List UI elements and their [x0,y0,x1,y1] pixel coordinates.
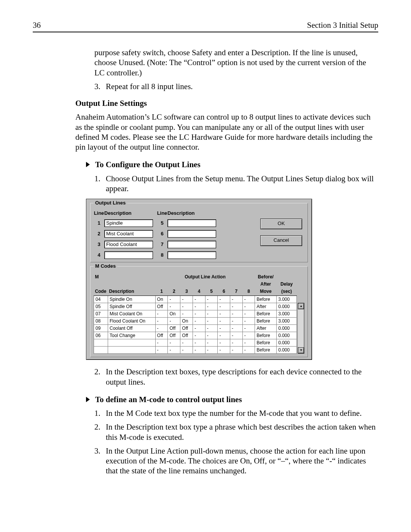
mcode-action-cell[interactable]: - [193,339,206,347]
mcode-action-cell[interactable]: - [230,332,243,339]
mcode-delay-cell[interactable]: 3.000 [277,310,297,318]
mcode-action-cell[interactable]: - [230,303,243,310]
mcode-action-cell[interactable]: Off [180,332,193,339]
mcode-action-cell[interactable]: On [168,310,180,318]
mcode-action-cell[interactable]: - [205,325,218,332]
mcode-delay-cell[interactable]: 0.000 [277,332,297,339]
mcode-action-cell[interactable]: - [205,347,218,354]
mcode-action-cell[interactable]: Off [155,303,168,310]
mcode-action-cell[interactable]: - [193,325,206,332]
mcode-delay-cell[interactable]: 3.000 [277,296,297,303]
mcode-action-cell[interactable]: - [230,347,243,354]
mcode-delay-cell[interactable]: 3.000 [277,318,297,325]
cancel-button[interactable]: Cancel [260,235,302,246]
mcode-action-cell[interactable]: Off [180,325,193,332]
mcode-action-cell[interactable]: - [193,310,206,318]
mcode-cell[interactable]: 05 [94,303,108,310]
mcode-move-cell[interactable]: After [255,303,277,310]
mcode-action-cell[interactable]: - [193,347,206,354]
scroll-down-button[interactable]: ▾ [298,347,304,353]
mcode-description-cell[interactable] [108,339,155,347]
mcode-move-cell[interactable]: Before [255,332,277,339]
mcode-description-cell[interactable]: Mist Coolant On [108,310,155,318]
line-description-input[interactable] [167,251,216,259]
mcode-action-cell[interactable]: - [230,325,243,332]
mcode-action-cell[interactable]: - [193,296,206,303]
mcode-action-cell[interactable]: - [218,325,230,332]
mcode-move-cell[interactable]: Before [255,318,277,325]
mcode-action-cell[interactable]: - [218,310,230,318]
line-description-input[interactable] [167,219,216,227]
mcode-delay-cell[interactable]: 0.000 [277,303,297,310]
mcode-action-cell[interactable]: - [180,347,193,354]
line-description-input[interactable] [104,251,153,259]
line-description-input[interactable]: Spindle [104,219,153,227]
mcode-action-cell[interactable]: - [168,318,180,325]
mcode-action-cell[interactable]: - [168,347,180,354]
mcode-action-cell[interactable]: - [155,325,168,332]
mcode-action-cell[interactable]: - [205,310,218,318]
mcode-action-cell[interactable]: - [155,318,168,325]
mcode-action-cell[interactable]: - [242,339,255,347]
mcode-action-cell[interactable]: - [242,318,255,325]
mcode-action-cell[interactable]: Off [168,325,180,332]
line-description-input[interactable]: Mist Coolant [104,230,153,238]
ok-button[interactable]: OK [260,219,302,229]
mcode-action-cell[interactable]: - [218,296,230,303]
mcode-action-cell[interactable]: - [180,339,193,347]
mcode-cell[interactable]: 08 [94,318,108,325]
mcode-cell[interactable] [94,339,108,347]
mcode-action-cell[interactable]: - [242,296,255,303]
mcode-cell[interactable]: 06 [94,332,108,339]
mcode-description-cell[interactable]: Coolant Off [108,325,155,332]
mcode-cell[interactable] [94,347,108,354]
mcode-move-cell[interactable]: Before [255,339,277,347]
mcode-action-cell[interactable]: - [155,347,168,354]
mcode-description-cell[interactable] [108,347,155,354]
mcode-action-cell[interactable]: - [218,339,230,347]
mcode-action-cell[interactable]: - [230,310,243,318]
mcode-move-cell[interactable]: Before [255,310,277,318]
mcode-action-cell[interactable]: - [155,339,168,347]
mcode-action-cell[interactable]: - [230,339,243,347]
mcode-action-cell[interactable]: - [168,303,180,310]
mcode-action-cell[interactable]: - [180,303,193,310]
mcode-move-cell[interactable]: Before [255,296,277,303]
mcode-description-cell[interactable]: Tool Change [108,332,155,339]
mcode-action-cell[interactable]: - [180,310,193,318]
line-description-input[interactable]: Flood Coolant [104,241,153,248]
mcode-cell[interactable]: 07 [94,310,108,318]
mcode-action-cell[interactable]: - [193,318,206,325]
line-description-input[interactable] [167,241,216,248]
mcode-action-cell[interactable]: - [242,310,255,318]
mcode-action-cell[interactable]: - [218,332,230,339]
mcode-delay-cell[interactable]: 0.000 [277,339,297,347]
mcode-action-cell[interactable]: - [180,296,193,303]
mcode-description-cell[interactable]: Flood Coolant On [108,318,155,325]
mcode-description-cell[interactable]: Spindle Off [108,303,155,310]
mcode-action-cell[interactable]: - [168,339,180,347]
mcode-delay-cell[interactable]: 0.000 [277,347,297,354]
mcode-cell[interactable]: 04 [94,296,108,303]
mcode-action-cell[interactable]: - [230,296,243,303]
scroll-up-button[interactable]: ▴ [298,303,304,309]
mcode-action-cell[interactable]: - [242,332,255,339]
mcode-action-cell[interactable]: - [205,339,218,347]
mcode-action-cell[interactable]: - [242,325,255,332]
line-description-input[interactable] [167,230,216,238]
mcode-action-cell[interactable]: - [193,332,206,339]
mcode-move-cell[interactable]: After [255,325,277,332]
mcode-action-cell[interactable]: - [205,296,218,303]
mcode-action-cell[interactable]: Off [155,332,168,339]
mcode-action-cell[interactable]: - [230,318,243,325]
mcode-description-cell[interactable]: Spindle On [108,296,155,303]
mcode-action-cell[interactable]: - [193,303,206,310]
mcode-action-cell[interactable]: - [168,296,180,303]
mcode-action-cell[interactable]: - [205,303,218,310]
mcode-cell[interactable]: 09 [94,325,108,332]
mcode-action-cell[interactable]: On [155,296,168,303]
mcode-action-cell[interactable]: - [218,347,230,354]
mcode-action-cell[interactable]: On [180,318,193,325]
mcode-action-cell[interactable]: Off [168,332,180,339]
mcode-move-cell[interactable]: Before [255,347,277,354]
